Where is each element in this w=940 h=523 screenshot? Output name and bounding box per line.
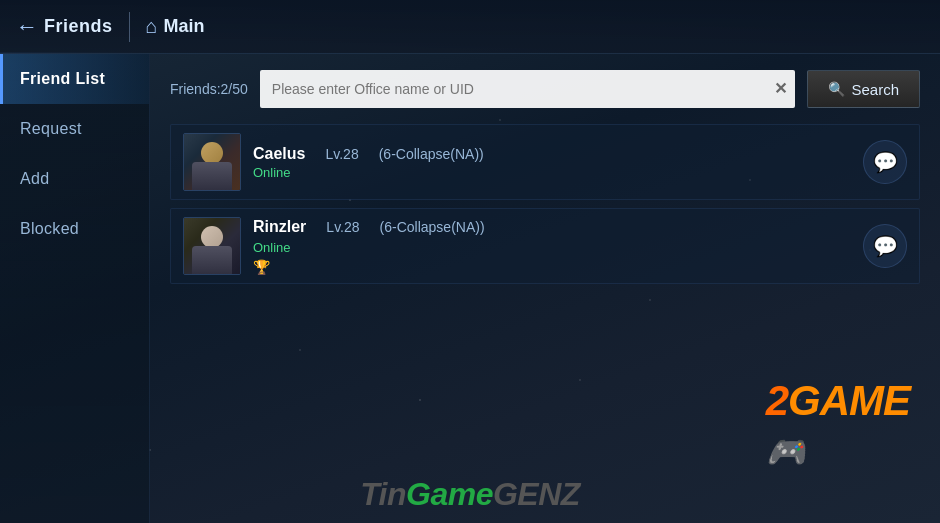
friend-status-caelus: Online xyxy=(253,165,851,180)
friend-info-top-rinzler: Rinzler Lv.28 (6-Collapse(NA)) xyxy=(253,218,851,236)
friend-status-rinzler: Online xyxy=(253,240,291,255)
chat-icon: 💬 xyxy=(873,150,898,174)
chat-icon-rinzler: 💬 xyxy=(873,234,898,258)
main-content: Friend List Request Add Blocked Friends:… xyxy=(0,54,940,523)
search-icon: 🔍 xyxy=(828,81,845,97)
friends-count: Friends:2/50 xyxy=(170,81,248,97)
friend-avatar-caelus xyxy=(183,133,241,191)
friend-info-caelus: Caelus Lv.28 (6-Collapse(NA)) Online xyxy=(253,145,851,180)
home-icon: ⌂ xyxy=(146,15,158,38)
friend-info-top: Caelus Lv.28 (6-Collapse(NA)) xyxy=(253,145,851,163)
sidebar: Friend List Request Add Blocked xyxy=(0,54,150,523)
chat-button-caelus[interactable]: 💬 xyxy=(863,140,907,184)
back-arrow-icon: ← xyxy=(16,14,38,40)
back-label: Friends xyxy=(44,16,113,37)
avatar-image-caelus xyxy=(184,134,240,190)
sidebar-item-add[interactable]: Add xyxy=(0,154,149,204)
friend-name-rinzler: Rinzler xyxy=(253,218,306,236)
trophy-icon: 🏆 xyxy=(253,259,270,275)
sidebar-item-request[interactable]: Request xyxy=(0,104,149,154)
friend-item-rinzler: Rinzler Lv.28 (6-Collapse(NA)) Online 🏆 … xyxy=(170,208,920,284)
friend-name-caelus: Caelus xyxy=(253,145,305,163)
back-button[interactable]: ← Friends xyxy=(16,14,113,40)
friend-badge-row-rinzler: Online xyxy=(253,240,851,255)
sidebar-item-blocked[interactable]: Blocked xyxy=(0,204,149,254)
trophy-row: 🏆 xyxy=(253,259,851,275)
sidebar-item-friend-list[interactable]: Friend List xyxy=(0,54,149,104)
main-nav-label: Main xyxy=(164,16,205,37)
search-input[interactable] xyxy=(260,70,796,108)
friend-server-caelus: (6-Collapse(NA)) xyxy=(379,146,484,162)
friend-level-rinzler: Lv.28 xyxy=(326,219,359,235)
friend-avatar-rinzler xyxy=(183,217,241,275)
avatar-image-rinzler xyxy=(184,218,240,274)
friend-server-rinzler: (6-Collapse(NA)) xyxy=(380,219,485,235)
friend-level-caelus: Lv.28 xyxy=(325,146,358,162)
chat-button-rinzler[interactable]: 💬 xyxy=(863,224,907,268)
friend-info-rinzler: Rinzler Lv.28 (6-Collapse(NA)) Online 🏆 xyxy=(253,218,851,275)
search-input-wrapper: ✕ xyxy=(260,70,796,108)
search-button[interactable]: 🔍 Search xyxy=(807,70,920,108)
main-nav-button[interactable]: ⌂ Main xyxy=(146,15,205,38)
friend-item-caelus: Caelus Lv.28 (6-Collapse(NA)) Online 💬 xyxy=(170,124,920,200)
search-clear-button[interactable]: ✕ xyxy=(774,81,787,97)
search-row: Friends:2/50 ✕ 🔍 Search xyxy=(170,70,920,108)
top-header: ← Friends ⌂ Main xyxy=(0,0,940,54)
right-panel: Friends:2/50 ✕ 🔍 Search Caelus Lv.28 xyxy=(150,54,940,523)
header-divider xyxy=(129,12,130,42)
